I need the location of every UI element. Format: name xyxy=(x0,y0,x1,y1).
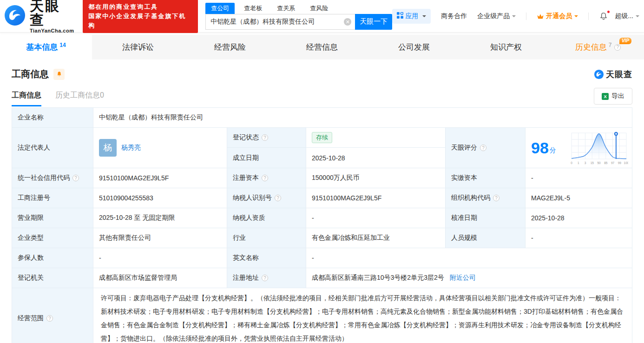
search-tabs: 查公司 查老板 查关系 查风险 xyxy=(205,3,392,14)
help-icon[interactable]: ? xyxy=(72,175,79,181)
help-icon[interactable]: ? xyxy=(262,175,268,181)
table-row: 法定代表人 杨 杨秀亮 登记状态? 存续 成立日期 2025-10-28 天眼评… xyxy=(12,128,632,168)
svg-text:100: 100 xyxy=(624,161,628,165)
field-approval-date-value: 2025-10-28 xyxy=(526,208,632,228)
tab-basic-info[interactable]: 基本信息14 xyxy=(0,35,92,59)
svg-text:85: 85 xyxy=(604,161,608,165)
top-menu: 应用 商务合作 企业级产品 开通会员 超级... xyxy=(392,9,639,24)
divider xyxy=(588,13,589,20)
field-org-code-label: 组织机构代码? xyxy=(446,188,526,208)
field-reg-capital-label: 注册资本? xyxy=(227,168,306,188)
search-input[interactable] xyxy=(205,14,355,30)
field-legal-rep-value: 杨 杨秀亮 xyxy=(93,128,227,168)
vip-badge: VIP xyxy=(619,38,631,44)
field-company-name-label: 企业名称 xyxy=(12,108,93,127)
help-icon[interactable]: ? xyxy=(262,134,268,141)
score-distribution-chart: 0131550859799100 xyxy=(570,129,628,167)
avatar[interactable]: 杨 xyxy=(99,139,117,157)
field-business-term-label: 营业期限 xyxy=(12,208,93,228)
tab-legal-proceedings[interactable]: 法律诉讼 xyxy=(92,35,184,59)
svg-text:50: 50 xyxy=(597,161,601,165)
field-org-code-value: MAG2EJ9L-5 xyxy=(526,188,632,208)
field-company-type-value: 其他有限责任公司 xyxy=(93,228,227,248)
field-taxpayer-id-value: 91510100MAG2EJ9L5F xyxy=(306,188,446,208)
table-row: 企业名称 中铝乾星（成都）科技有限责任公司 xyxy=(12,108,632,128)
menu-cooperation[interactable]: 商务合作 xyxy=(441,12,467,20)
table-row: 登记机关 成都高新区市场监督管理局 注册地址? 成都高新区新通南三路10号3号楼… xyxy=(12,268,632,288)
help-icon[interactable]: ? xyxy=(46,315,53,322)
svg-text:3: 3 xyxy=(585,161,586,165)
subscribe-bell-icon[interactable] xyxy=(53,69,65,80)
field-reg-address-label: 注册地址? xyxy=(227,268,306,288)
help-icon[interactable]: ? xyxy=(614,44,621,51)
field-taxpayer-quality-label: 纳税人资质 xyxy=(227,208,306,228)
legal-rep-link[interactable]: 杨秀亮 xyxy=(121,144,141,152)
subtab-history-business-info[interactable]: 历史工商信息0 xyxy=(55,91,104,106)
logo-domain: TianYanCha.com xyxy=(30,28,75,33)
field-credit-code-label: 统一社会信用代码? xyxy=(12,168,93,188)
field-reg-number-label: 工商注册号 xyxy=(12,188,93,208)
field-english-name-label: 英文名称 xyxy=(227,248,306,268)
field-approval-date-label: 核准日期 xyxy=(446,208,526,228)
help-icon[interactable]: ? xyxy=(493,195,499,201)
field-score-value: 98 分 0131550859799100 xyxy=(526,128,632,168)
search-tab-company[interactable]: 查公司 xyxy=(205,3,235,14)
field-taxpayer-id-label: 纳税人识别号? xyxy=(227,188,306,208)
nearby-companies-link[interactable]: 附近公司 xyxy=(450,274,476,282)
field-paid-capital-label: 实缴资本 xyxy=(446,168,526,188)
score-unit: 分 xyxy=(550,146,556,155)
search-tab-relation[interactable]: 查关系 xyxy=(271,3,301,14)
field-establish-date-label: 成立日期 xyxy=(227,148,306,168)
page: 天眼查 TianYanCha.com 都在用的商业查询工具 国家中小企业发展子基… xyxy=(0,0,644,343)
search-tab-risk[interactable]: 查风险 xyxy=(304,3,334,14)
field-reg-number-value: 510109004255583 xyxy=(93,188,227,208)
menu-enterprise[interactable]: 企业级产品 xyxy=(477,12,516,20)
field-reg-address-value: 成都高新区新通南三路10号3号楼2单元3层2号 附近公司 xyxy=(306,268,632,288)
table-row: 参保人数 - 英文名称 - xyxy=(12,248,632,268)
svg-text:99: 99 xyxy=(618,161,622,165)
search-button[interactable]: 天眼一下 xyxy=(355,14,392,30)
apps-grid-icon xyxy=(397,12,403,20)
field-business-scope-label: 经营范围? xyxy=(12,288,93,343)
business-info-table: 企业名称 中铝乾星（成都）科技有限责任公司 法定代表人 杨 杨秀亮 登记状态? … xyxy=(12,107,632,343)
chevron-down-icon xyxy=(422,15,426,19)
field-reg-status-label: 登记状态? xyxy=(227,128,306,148)
svg-text:X: X xyxy=(604,94,607,99)
field-company-name-value: 中铝乾星（成都）科技有限责任公司 xyxy=(93,108,632,127)
field-industry-value: 有色金属冶炼和压延加工业 xyxy=(306,228,446,248)
notification-bell-icon[interactable] xyxy=(599,12,608,21)
menu-open-vip[interactable]: 开通会员 xyxy=(537,12,578,20)
slogan-line1: 都在用的商业查询工具 xyxy=(88,2,192,12)
slogan-badge: 都在用的商业查询工具 国家中小企业发展子基金旗下机构 xyxy=(83,0,198,33)
clear-icon[interactable]: ✕ xyxy=(344,18,351,26)
export-button[interactable]: X 导出 xyxy=(594,88,632,105)
help-icon[interactable]: ? xyxy=(262,275,268,281)
field-industry-label: 行业 xyxy=(227,228,306,248)
watermark-logo: 天眼查 xyxy=(594,69,632,80)
apps-menu[interactable]: 应用 xyxy=(392,9,431,24)
tab-intellectual-property[interactable]: 知识产权 xyxy=(460,35,552,59)
user-account-menu[interactable]: 超级... xyxy=(615,12,633,20)
field-credit-code-value: 91510100MAG2EJ9L5F xyxy=(93,168,227,188)
field-score-label: 天眼评分? xyxy=(446,128,526,168)
search-tab-boss[interactable]: 查老板 xyxy=(238,3,268,14)
help-icon[interactable]: ? xyxy=(480,145,486,151)
help-icon[interactable]: ? xyxy=(275,195,281,201)
chevron-down-icon xyxy=(574,15,578,19)
crown-icon xyxy=(537,13,544,20)
excel-icon: X xyxy=(602,93,609,100)
field-taxpayer-quality-value: - xyxy=(306,208,446,228)
subtab-business-info[interactable]: 工商信息 xyxy=(12,91,41,106)
field-reg-capital-value: 150000万人民币 xyxy=(306,168,446,188)
tab-company-development[interactable]: 公司发展 xyxy=(368,35,460,59)
tab-operating-info[interactable]: 经营信息 xyxy=(276,35,368,59)
tab-operating-risk[interactable]: 经营风险 xyxy=(184,35,276,59)
tab-count: 14 xyxy=(59,42,66,48)
tab-count: 7 xyxy=(609,42,612,48)
slogan-line2: 国家中小企业发展子基金旗下机构 xyxy=(88,12,192,30)
field-company-type-label: 企业类型 xyxy=(12,228,93,248)
tab-history-info[interactable]: VIP 历史信息7 ? xyxy=(552,35,644,59)
table-row: 工商注册号 510109004255583 纳税人识别号? 91510100MA… xyxy=(12,188,632,208)
tianyancha-logo[interactable]: 天眼查 TianYanCha.com xyxy=(4,0,75,33)
field-staff-size-label: 人员规模 xyxy=(446,228,526,248)
